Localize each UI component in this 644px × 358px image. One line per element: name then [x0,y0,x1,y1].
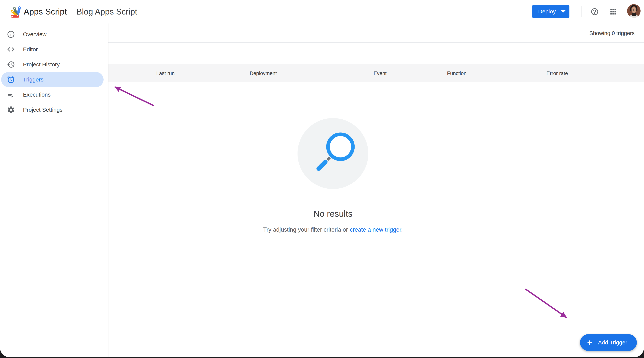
avatar[interactable] [627,4,640,18]
column-header-event: Event [374,64,386,83]
history-icon [7,60,15,69]
sidebar-item-label: Overview [23,27,46,42]
deploy-button-label: Deploy [538,8,556,15]
left-navigation-sidebar: Overview Editor Project History Triggers [0,23,108,357]
selected-pill [1,72,104,87]
column-header-last-run: Last run [156,64,175,83]
empty-state-hint-text: Try adjusting your filter criteria or [263,226,348,233]
apps-script-logo-icon [10,5,22,18]
header-divider [581,6,582,17]
sidebar-item-label: Triggers [23,72,44,87]
sidebar-item-editor[interactable]: Editor [0,42,108,57]
app-name: Apps Script [24,0,67,23]
apps-script-window: Apps Script Blog Apps Script Deploy [0,0,644,357]
gear-icon [7,106,15,114]
plus-icon [586,339,593,346]
nav-pill [1,42,104,57]
top-header: Apps Script Blog Apps Script Deploy [0,0,644,23]
empty-state-illustration [298,118,368,189]
search-icon [298,118,368,189]
nav-pill [1,87,104,102]
nav-pill [1,27,104,42]
screenshot-stage: Apps Script Blog Apps Script Deploy [0,0,644,358]
sidebar-item-overview[interactable]: Overview [0,27,108,42]
column-header-function: Function [447,64,466,83]
project-title: Blog Apps Script [76,0,137,23]
arrow-to-add-trigger [525,289,566,317]
sidebar-item-label: Executions [23,87,51,102]
sidebar-item-executions[interactable]: Executions [0,87,108,102]
sidebar-item-triggers[interactable]: Triggers [0,72,108,87]
sidebar-item-project-history[interactable]: Project History [0,57,108,72]
add-trigger-label: Add Trigger [598,339,627,346]
info-icon [7,30,15,39]
deploy-button[interactable]: Deploy [532,5,570,18]
sidebar-item-project-settings[interactable]: Project Settings [0,102,108,117]
empty-state-title: No results [313,209,352,219]
google-apps-grid-icon[interactable] [609,8,617,16]
help-icon[interactable] [590,8,599,16]
create-new-trigger-link[interactable]: create a new trigger. [350,226,403,233]
playlist-play-icon [7,91,15,99]
code-icon [7,45,15,54]
empty-state-hint: Try adjusting your filter criteria orcre… [263,226,402,233]
alarm-icon [7,75,15,84]
trigger-count-status: Showing 0 triggers [590,30,634,36]
arrow-to-triggers [115,87,154,106]
sidebar-item-label: Project History [23,57,60,72]
chevron-down-icon [561,10,566,13]
add-trigger-button[interactable]: Add Trigger [580,334,637,351]
sidebar-item-label: Project Settings [23,102,62,117]
column-header-error-rate: Error rate [546,64,568,83]
sidebar-item-label: Editor [23,42,38,57]
column-header-deployment: Deployment [250,64,277,83]
